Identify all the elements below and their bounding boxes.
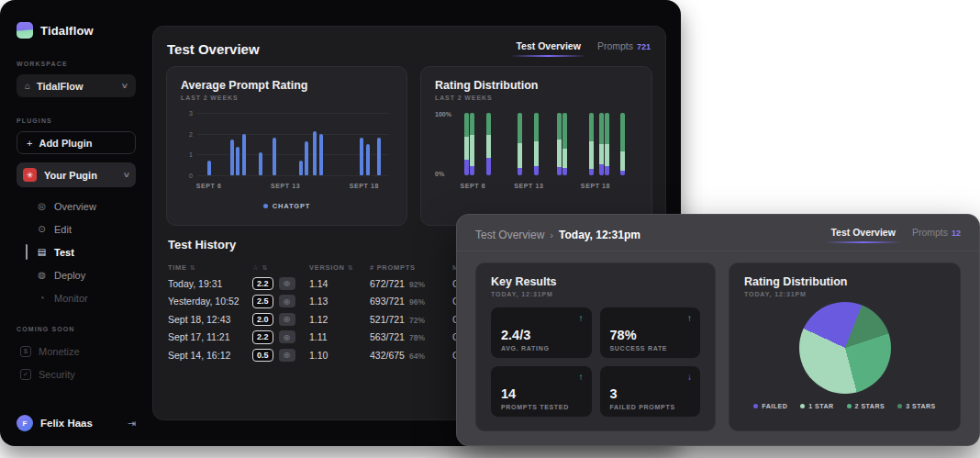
sidebar-item-label: Overview [54, 201, 96, 212]
dist-bar-4 [534, 113, 539, 175]
avg-bar-12 [377, 138, 381, 175]
sort-icon: ⇅ [190, 264, 196, 271]
target-button[interactable]: ◎ [279, 277, 295, 290]
card-subtitle: TODAY, 12:31PM [491, 291, 700, 297]
metric-label: AVG. RATING [501, 345, 582, 352]
workspace-name: TidalFlow [37, 81, 84, 92]
dist-bar-0 [464, 113, 469, 175]
card-title: Rating Distribution [435, 79, 638, 92]
add-plugin-button[interactable]: + Add Plugin [17, 131, 136, 154]
cell-prompts: 432/67564% [370, 350, 452, 361]
segment-high-rating [518, 113, 522, 143]
logout-icon[interactable]: ⇥ [128, 418, 136, 430]
tab-label: Prompts [597, 40, 633, 51]
dist-bar-7 [589, 113, 594, 175]
avg-chart-legend: CHATGPT [181, 202, 393, 210]
sidebar-item-test[interactable]: ▤Test [37, 240, 136, 263]
avg-bar-9 [319, 134, 323, 175]
sidebar-item-monitor[interactable]: ◔Monitor [37, 286, 136, 309]
arrow-down-icon: ↓ [687, 372, 692, 382]
segment-high-rating [464, 113, 469, 137]
sidebar-item-label: Security [39, 369, 75, 380]
ylabel-0: 0% [435, 171, 455, 177]
col-prompts[interactable]: # PROMPTS [370, 263, 452, 272]
sidebar-item-label: Edit [54, 224, 72, 235]
sort-icon: ⇅ [348, 264, 354, 271]
tab-prompts[interactable]: Prompts721 [597, 40, 651, 57]
segment-mid-rating [605, 144, 609, 166]
target-button[interactable]: ◎ [279, 349, 295, 362]
prompts-value: 672/721 [370, 278, 405, 289]
avatar: F [17, 415, 33, 431]
prompts-value: 521/721 [370, 314, 405, 325]
col-time[interactable]: TIME⇅ [168, 263, 252, 272]
cell-prompts: 521/72172% [370, 314, 452, 325]
avg-bar-4 [259, 152, 262, 175]
legend-dot [800, 404, 805, 408]
target-button[interactable]: ◎ [279, 295, 295, 307]
sidebar-item-overview[interactable]: ◎Overview [37, 195, 136, 218]
breadcrumb-separator: › [550, 229, 553, 240]
avg-chart-plot: 3210 [197, 113, 389, 175]
tab-underline [825, 241, 900, 243]
avg-prompt-rating-card: Average Prompt Rating LAST 2 WEEKS 3210 … [166, 66, 407, 226]
prompts-percent: 64% [409, 352, 425, 361]
screenshot-stage: Tidalflow WORKSPACE ⌂ TidalFlow ∨ PLUGIN… [0, 0, 980, 458]
dist-bar-2 [486, 113, 491, 175]
segment-mid-rating [589, 141, 594, 170]
add-plugin-label: Add Plugin [39, 138, 92, 149]
segment-mid-rating [534, 141, 539, 166]
deploy-icon: ◍ [37, 270, 47, 280]
sort-icon: ⇅ [262, 264, 268, 271]
avg-bar-0 [207, 161, 211, 175]
ytick-0: 0 [181, 173, 193, 179]
sidebar-item-security: ✓Security [20, 363, 136, 385]
metric-label: SUCCESS RATE [610, 345, 691, 352]
cell-prompts: 672/72192% [370, 278, 452, 289]
breadcrumb-current: Today, 12:31pm [559, 229, 640, 241]
workspace-selector[interactable]: ⌂ TidalFlow ∨ [17, 74, 136, 97]
cell-time: Sept 14, 16:12 [168, 350, 252, 361]
your-plugin-selector[interactable]: ✳ Your Pugin ∨ [17, 162, 136, 187]
cell-rating: 2.2◎ [252, 277, 309, 291]
sidebar-item-deploy[interactable]: ◍Deploy [37, 263, 136, 286]
sidebar-item-label: Deploy [54, 270, 85, 281]
card-title: Key Results [491, 275, 700, 288]
legend-label: 3 STARS [906, 403, 936, 409]
your-plugin-name: Your Pugin [44, 170, 97, 181]
avg-bar-10 [360, 138, 363, 175]
avg-bar-5 [273, 138, 276, 175]
legend-label: 2 STARS [855, 403, 885, 409]
brand-name: Tidalflow [40, 24, 94, 38]
metric-label: PROMPTS TESTED [501, 404, 582, 410]
col-version[interactable]: VERSION⇅ [309, 263, 370, 272]
metric-tile-prompts-tested: ↑14PROMPTS TESTED [491, 366, 592, 417]
target-button[interactable]: ◎ [279, 330, 295, 343]
segment-mid-rating [557, 140, 562, 168]
rating-badge: 2.0 [252, 313, 273, 327]
test-icon: ▤ [37, 247, 47, 257]
chevron-down-icon: ∨ [123, 171, 131, 179]
cell-version: 1.12 [309, 314, 370, 325]
segment-high-rating [557, 113, 562, 140]
detail-tab-test-overview[interactable]: Test Overview [830, 227, 895, 243]
col-rating[interactable]: ☆⇅ [252, 263, 309, 272]
dist-bar-5 [557, 113, 562, 175]
breadcrumb-parent[interactable]: Test Overview [475, 229, 544, 241]
prompts-percent: 72% [409, 316, 425, 325]
metric-value: 2.4/3 [501, 328, 582, 342]
prompts-value: 563/721 [370, 331, 405, 342]
avg-bar-11 [366, 144, 370, 175]
cell-version: 1.14 [309, 278, 370, 289]
segment-mid-rating [620, 151, 625, 170]
ylabel-100: 100% [435, 111, 455, 117]
plus-icon: + [27, 138, 32, 149]
sidebar-item-edit[interactable]: ⊙Edit [37, 218, 136, 240]
monetize-icon: $ [20, 346, 31, 357]
target-button[interactable]: ◎ [279, 313, 295, 326]
segment-failed [518, 168, 522, 175]
segment-failed [534, 166, 539, 175]
cell-rating: 0.5◎ [252, 349, 309, 363]
detail-tab-prompts[interactable]: Prompts12 [912, 227, 961, 243]
tab-test-overview[interactable]: Test Overview [516, 40, 580, 57]
